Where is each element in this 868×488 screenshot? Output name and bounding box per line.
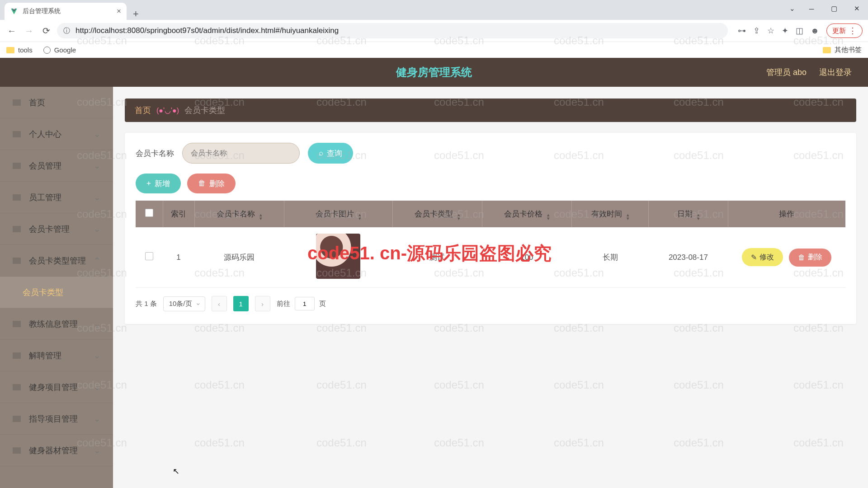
search-button[interactable]: ⌕ 查询 (308, 143, 353, 164)
sidebar-item-members[interactable]: 会员管理⌄ (0, 150, 113, 182)
window-controls: ⌄ ─ ▢ ✕ (784, 0, 868, 17)
doc-icon (13, 447, 21, 454)
chevron-down-icon: ⌄ (94, 192, 100, 202)
trash-icon: 🗑 (798, 253, 805, 262)
password-key-icon[interactable]: ⊶ (738, 26, 746, 36)
total-count: 共 1 条 (136, 300, 157, 308)
vue-icon (10, 7, 18, 15)
extensions-icon[interactable]: ✦ (782, 26, 788, 36)
prev-page-button[interactable]: ‹ (212, 296, 227, 311)
page-number-1[interactable]: 1 (233, 296, 249, 311)
search-label: 会员卡名称 (136, 148, 174, 159)
pagination: 共 1 条 10条/页 ‹ 1 › 前往 页 (136, 296, 845, 311)
sidebar-item-dismiss[interactable]: 解聘管理⌄ (0, 340, 113, 371)
doc-icon (13, 416, 21, 422)
card-name-input[interactable] (182, 143, 300, 164)
edit-button[interactable]: ✎修改 (742, 248, 783, 266)
sidebar-item-profile[interactable]: 个人中心⌄ (0, 118, 113, 150)
minimize-icon[interactable]: ─ (800, 0, 823, 17)
cell-type: 测试 (392, 227, 482, 288)
doc-icon (13, 194, 21, 201)
sidebar-item-guide-project[interactable]: 指导项目管理⌄ (0, 403, 113, 435)
add-button[interactable]: + 新增 (136, 174, 181, 193)
chevron-down-icon: ⌄ (94, 414, 100, 424)
page-size-select[interactable]: 10条/页 (163, 296, 205, 311)
folder-icon (6, 47, 14, 53)
bookmark-star-icon[interactable]: ☆ (767, 26, 774, 36)
side-panel-icon[interactable]: ◫ (796, 26, 803, 36)
doc-icon (13, 352, 21, 359)
address-bar: ← → ⟳ ⓘ http://localhost:8080/springboot… (0, 20, 868, 42)
delete-button[interactable]: 🗑 删除 (187, 174, 236, 193)
tab-close-icon[interactable]: × (117, 7, 121, 16)
col-price: 会员卡价格 (482, 201, 571, 227)
forward-button[interactable]: → (23, 24, 35, 37)
share-icon[interactable]: ⇪ (753, 26, 760, 36)
goto-page-input[interactable] (295, 297, 315, 310)
bookmark-google[interactable]: Google (43, 46, 76, 54)
table-row: 1 源码乐园 测试 100 长期 2023-08-17 ✎修改 🗑删除 (136, 227, 845, 288)
trash-icon: 🗑 (198, 179, 206, 188)
content-box: 会员卡名称 ⌕ 查询 + 新增 🗑 删除 (125, 133, 856, 324)
col-date: 日期 (649, 201, 728, 227)
browser-chrome: 后台管理系统 × + ⌄ ─ ▢ ✕ ← → ⟳ ⓘ http://localh… (0, 0, 868, 58)
tabs-chevron-icon[interactable]: ⌄ (784, 0, 800, 17)
close-icon[interactable]: ✕ (845, 0, 868, 17)
sidebar: 首页 个人中心⌄ 会员管理⌄ 员工管理⌄ 会员卡管理⌄ 会员卡类型管理⌃ 会员卡… (0, 87, 113, 488)
chevron-down-icon: ⌄ (94, 161, 100, 171)
sidebar-item-home[interactable]: 首页 (0, 87, 113, 118)
main-content: 首页 (●'◡'●) 会员卡类型 会员卡名称 ⌕ 查询 + 新增 🗑 (113, 87, 868, 488)
col-image: 会员卡图片 (284, 201, 392, 227)
reload-button[interactable]: ⟳ (40, 24, 52, 37)
sidebar-item-staff[interactable]: 员工管理⌄ (0, 182, 113, 213)
col-name: 会员卡名称 (194, 201, 284, 227)
logout-link[interactable]: 退出登录 (819, 67, 852, 78)
sidebar-item-card[interactable]: 会员卡管理⌄ (0, 213, 113, 245)
doc-icon (13, 321, 21, 327)
cell-validity: 长期 (571, 227, 648, 288)
sidebar-subitem-card-type[interactable]: 会员卡类型 (0, 277, 113, 308)
profile-icon[interactable]: ☻ (811, 26, 819, 36)
breadcrumb: 首页 (●'◡'●) 会员卡类型 (125, 99, 856, 122)
next-page-button[interactable]: › (255, 296, 270, 311)
bookmark-tools[interactable]: tools (6, 46, 33, 54)
row-checkbox[interactable] (145, 252, 153, 260)
doc-icon (13, 99, 21, 106)
doc-icon (13, 258, 21, 264)
sidebar-item-coach[interactable]: 教练信息管理⌄ (0, 308, 113, 340)
cell-price: 100 (482, 227, 571, 288)
maximize-icon[interactable]: ▢ (823, 0, 845, 17)
app-title: 健身房管理系统 (396, 65, 472, 80)
goto-page: 前往 页 (277, 297, 326, 310)
bookmark-other[interactable]: 其他书签 (823, 46, 862, 54)
cell-date: 2023-08-17 (649, 227, 728, 288)
breadcrumb-home[interactable]: 首页 (135, 105, 151, 116)
tab-bar: 后台管理系统 × + ⌄ ─ ▢ ✕ (0, 0, 868, 20)
new-tab-button[interactable]: + (133, 8, 139, 20)
url-input[interactable]: ⓘ http://localhost:8080/springboot97s0t/… (57, 23, 728, 38)
row-delete-button[interactable]: 🗑删除 (789, 249, 831, 267)
col-validity: 有效时间 (571, 201, 648, 227)
update-button[interactable]: 更新 ⋮ (826, 23, 863, 38)
site-info-icon[interactable]: ⓘ (63, 27, 70, 35)
url-text: http://localhost:8080/springboot97s0t/ad… (75, 26, 339, 35)
col-actions: 操作 (728, 201, 845, 227)
doc-icon (13, 226, 21, 232)
chevron-down-icon: ⌄ (94, 319, 100, 329)
tab-title: 后台管理系统 (23, 7, 61, 15)
back-button[interactable]: ← (5, 24, 18, 37)
sidebar-item-card-type[interactable]: 会员卡类型管理⌃ (0, 245, 113, 277)
cell-index: 1 (163, 227, 194, 288)
browser-tab[interactable]: 后台管理系统 × (5, 3, 127, 20)
sidebar-item-fitness-project[interactable]: 健身项目管理⌄ (0, 371, 113, 403)
col-index: 索引 (163, 201, 194, 227)
col-type: 会员卡类型 (392, 201, 482, 227)
doc-icon (13, 163, 21, 169)
edit-icon: ✎ (751, 253, 757, 262)
admin-label[interactable]: 管理员 abo (766, 67, 807, 78)
chevron-down-icon: ⌄ (94, 382, 100, 392)
select-all-checkbox[interactable] (145, 209, 153, 217)
sidebar-item-equipment[interactable]: 健身器材管理⌄ (0, 435, 113, 466)
kebab-icon: ⋮ (849, 26, 857, 36)
folder-icon (823, 47, 831, 53)
